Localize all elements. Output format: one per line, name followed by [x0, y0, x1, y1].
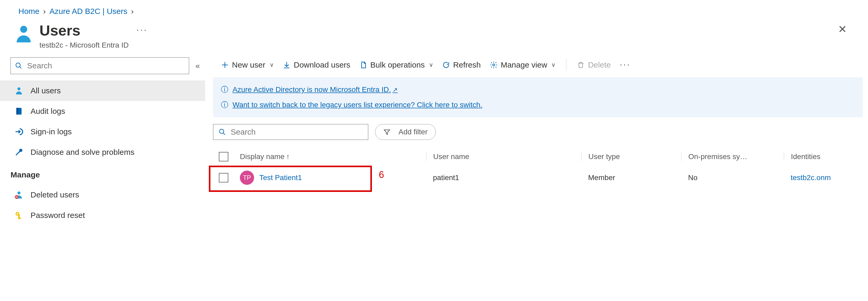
- avatar: TP: [240, 171, 254, 185]
- sidebar-item-diagnose[interactable]: Diagnose and solve problems: [10, 142, 205, 163]
- sidebar-item-all-users[interactable]: All users: [0, 80, 205, 101]
- svg-point-1: [16, 63, 20, 67]
- table-row[interactable]: TP Test Patient1 patient1 Member No test…: [210, 167, 868, 188]
- trash-icon: [577, 61, 585, 69]
- book-icon: [14, 107, 24, 116]
- main-search-field[interactable]: [230, 127, 363, 137]
- svg-point-7: [18, 191, 20, 194]
- info-banner: ⓘ Azure Active Directory is now Microsof…: [213, 77, 863, 117]
- column-header-display-name[interactable]: Display name↑: [237, 153, 426, 161]
- info-link-legacy[interactable]: Want to switch back to the legacy users …: [232, 101, 483, 109]
- toolbar: New user ∨ Download users Bulk operation…: [210, 57, 868, 77]
- column-header-on-prem[interactable]: On-premises sy…: [681, 153, 784, 161]
- signin-icon: [14, 127, 24, 136]
- more-icon[interactable]: ‧‧‧: [620, 61, 631, 70]
- filter-icon: [383, 128, 391, 136]
- svg-point-3: [18, 87, 20, 90]
- download-icon: [283, 61, 291, 69]
- download-users-button[interactable]: Download users: [283, 61, 350, 69]
- chevron-right-icon: ›: [131, 7, 134, 16]
- svg-rect-9: [16, 197, 18, 197]
- svg-point-11: [17, 213, 19, 215]
- cell-user-type: Member: [581, 173, 681, 182]
- sidebar-item-label: Sign-in logs: [31, 127, 72, 136]
- manage-view-button[interactable]: Manage view ∨: [490, 61, 556, 69]
- cell-identities[interactable]: testb2c.onm: [784, 173, 868, 182]
- user-display-name-link[interactable]: Test Patient1: [259, 173, 302, 182]
- deleted-user-icon: [14, 190, 24, 199]
- column-header-identities[interactable]: Identities: [784, 153, 868, 161]
- sidebar-search-input[interactable]: [10, 57, 189, 74]
- key-icon: [14, 211, 24, 220]
- column-header-user-name[interactable]: User name: [426, 153, 581, 161]
- sidebar-item-label: Password reset: [31, 211, 85, 220]
- cell-on-prem: No: [681, 173, 784, 182]
- collapse-sidebar-icon[interactable]: «: [195, 61, 200, 70]
- tools-icon: [14, 148, 24, 157]
- sidebar-item-audit-logs[interactable]: Audit logs: [10, 101, 205, 122]
- chevron-down-icon: ∨: [429, 62, 433, 68]
- main-content: New user ∨ Download users Bulk operation…: [205, 57, 868, 226]
- breadcrumb-home[interactable]: Home: [19, 7, 39, 16]
- sidebar: « All users Audit logs Sign-in logs: [0, 57, 205, 226]
- gear-icon: [490, 61, 498, 69]
- delete-button: Delete: [577, 61, 611, 69]
- external-link-icon: ↗: [393, 86, 398, 93]
- sidebar-search-field[interactable]: [27, 61, 185, 70]
- search-icon: [15, 62, 22, 69]
- select-all-checkbox[interactable]: [210, 152, 237, 161]
- sidebar-item-signin-logs[interactable]: Sign-in logs: [10, 122, 205, 142]
- svg-point-19: [220, 129, 224, 134]
- info-link-entra[interactable]: Azure Active Directory is now Microsoft …: [232, 86, 398, 94]
- info-icon: ⓘ: [221, 85, 228, 95]
- user-icon: [13, 23, 34, 46]
- plus-icon: [221, 61, 229, 69]
- page-subtitle: testb2c - Microsoft Entra ID: [39, 41, 129, 49]
- toolbar-label: Manage view: [501, 61, 547, 69]
- annotation-number: 6: [379, 169, 384, 180]
- main-search-input[interactable]: [213, 124, 368, 140]
- svg-rect-13: [18, 218, 21, 219]
- more-icon[interactable]: ‧‧‧: [136, 23, 148, 38]
- info-icon: ⓘ: [221, 100, 228, 110]
- sort-ascending-icon: ↑: [286, 153, 290, 161]
- svg-point-18: [493, 64, 495, 66]
- add-filter-button[interactable]: Add filter: [375, 124, 436, 140]
- svg-point-6: [20, 149, 22, 152]
- page-header: Users testb2c - Microsoft Entra ID ‧‧‧ ✕: [0, 19, 868, 57]
- chevron-down-icon: ∨: [551, 62, 556, 68]
- new-user-button[interactable]: New user ∨: [221, 61, 274, 69]
- bulk-operations-button[interactable]: Bulk operations ∨: [359, 61, 433, 69]
- column-header-user-type[interactable]: User type: [581, 153, 681, 161]
- toolbar-label: Delete: [588, 61, 611, 69]
- svg-point-0: [20, 26, 27, 33]
- sidebar-item-label: Audit logs: [31, 107, 65, 116]
- sidebar-item-label: Deleted users: [31, 190, 79, 199]
- row-checkbox[interactable]: [210, 173, 237, 182]
- sidebar-section-manage: Manage: [10, 163, 205, 185]
- refresh-icon: [442, 61, 450, 69]
- users-table: Display name↑ User name User type On-pre…: [210, 146, 868, 188]
- refresh-button[interactable]: Refresh: [442, 61, 481, 69]
- sidebar-item-label: All users: [31, 86, 61, 95]
- toolbar-separator: [566, 59, 566, 71]
- svg-line-2: [20, 67, 22, 69]
- svg-rect-5: [16, 108, 18, 114]
- breadcrumb: Home › Azure AD B2C | Users ›: [0, 0, 868, 19]
- toolbar-label: New user: [232, 61, 266, 69]
- user-icon: [14, 86, 24, 95]
- chevron-down-icon: ∨: [270, 62, 274, 68]
- chevron-right-icon: ›: [43, 7, 46, 16]
- search-icon: [219, 128, 226, 136]
- toolbar-label: Refresh: [453, 61, 481, 69]
- add-filter-label: Add filter: [399, 128, 428, 136]
- toolbar-label: Download users: [294, 61, 350, 69]
- sidebar-item-password-reset[interactable]: Password reset: [10, 205, 205, 226]
- filter-bar: Add filter: [210, 120, 868, 144]
- document-icon: [359, 61, 367, 69]
- table-header-row: Display name↑ User name User type On-pre…: [210, 146, 868, 167]
- sidebar-item-deleted-users[interactable]: Deleted users: [10, 185, 205, 205]
- close-icon[interactable]: ✕: [838, 23, 855, 35]
- sidebar-item-label: Diagnose and solve problems: [31, 148, 134, 157]
- breadcrumb-section[interactable]: Azure AD B2C | Users: [50, 7, 127, 16]
